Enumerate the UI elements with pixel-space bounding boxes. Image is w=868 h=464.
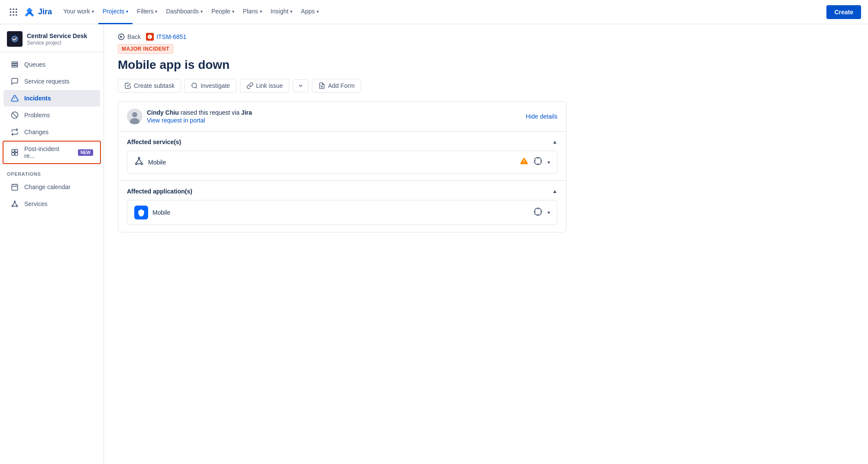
queues-icon	[10, 60, 19, 69]
svg-rect-19	[12, 153, 14, 155]
link-issue-button[interactable]: Link issue	[240, 79, 289, 93]
avatar	[127, 109, 143, 124]
warning-icon	[520, 157, 528, 168]
incidents-icon	[10, 94, 19, 103]
svg-rect-2	[16, 8, 17, 10]
svg-rect-8	[16, 14, 17, 16]
service-row-right: ▾	[520, 157, 550, 168]
issue-id-link[interactable]: ITSM-6851	[146, 33, 186, 41]
sidebar-item-incidents[interactable]: Incidents	[3, 90, 100, 106]
nav-filters[interactable]: Filters ▾	[133, 0, 162, 24]
crosshair-icon[interactable]	[534, 157, 542, 168]
top-navigation: Jira Your work ▾ Projects ▾ Filters ▾ Da…	[0, 0, 868, 24]
affected-applications-header[interactable]: Affected application(s) ▲	[127, 188, 557, 195]
affected-services-header[interactable]: Affected service(s) ▲	[127, 139, 557, 145]
application-row-right: ▾	[534, 207, 550, 218]
svg-rect-3	[10, 11, 11, 13]
new-badge: NEW	[78, 149, 93, 156]
project-type: Service project	[27, 40, 97, 46]
section-collapse-chevron: ▲	[552, 139, 557, 145]
application-row-left: Mobile	[134, 206, 170, 219]
nav-projects[interactable]: Projects ▾	[98, 0, 133, 24]
sidebar-item-label: Queues	[24, 61, 45, 68]
application-name: Mobile	[152, 209, 170, 216]
nav-apps[interactable]: Apps ▾	[297, 0, 323, 24]
add-form-button[interactable]: Add Form	[312, 79, 361, 93]
svg-point-42	[141, 163, 143, 165]
crosshair-icon[interactable]	[534, 207, 542, 218]
svg-point-26	[12, 206, 13, 207]
svg-rect-21	[12, 184, 18, 190]
requester-text-block: Cindy Chiu raised this request via Jira …	[147, 109, 252, 124]
app-grid-icon[interactable]	[7, 6, 20, 19]
changes-icon	[10, 128, 19, 136]
svg-line-29	[15, 202, 17, 206]
nav-plans[interactable]: Plans ▾	[239, 0, 266, 24]
action-bar: Create subtask Investigate Link issue	[118, 79, 567, 93]
svg-point-41	[136, 163, 137, 165]
project-name: Central Service Desk	[27, 32, 97, 40]
svg-rect-7	[13, 14, 14, 16]
affected-applications-label: Affected application(s)	[127, 188, 192, 195]
issue-title: Mobile app is down	[118, 58, 567, 72]
sidebar-item-label: Service requests	[24, 78, 69, 85]
page-layout: Central Service Desk Service project Que…	[0, 24, 868, 464]
service-row-left: Mobile	[134, 156, 166, 168]
svg-point-33	[192, 83, 197, 88]
back-button[interactable]: Back	[118, 33, 141, 40]
svg-line-44	[139, 159, 142, 163]
major-incident-badge: MAJOR INCIDENT	[118, 44, 173, 54]
details-card: Cindy Chiu raised this request via Jira …	[118, 101, 567, 232]
sidebar-item-change-calendar[interactable]: Change calendar	[3, 179, 100, 195]
sidebar-project-info: Central Service Desk Service project	[27, 32, 97, 46]
investigate-button[interactable]: Investigate	[185, 79, 236, 93]
chevron-down-icon	[298, 83, 304, 89]
expand-service-chevron[interactable]: ▾	[547, 159, 550, 165]
sidebar-item-problems[interactable]: Problems	[3, 107, 100, 123]
nav-your-work[interactable]: Your work ▾	[59, 0, 98, 24]
sidebar: Central Service Desk Service project Que…	[0, 24, 104, 464]
svg-line-16	[13, 113, 17, 118]
create-subtask-button[interactable]: Create subtask	[118, 79, 181, 93]
sidebar-item-label: Changes	[24, 129, 49, 135]
svg-rect-0	[10, 8, 11, 10]
expand-application-chevron[interactable]: ▾	[547, 209, 550, 216]
project-icon	[7, 31, 23, 47]
sidebar-item-post-incident[interactable]: Post-incident re... NEW	[3, 141, 101, 164]
sidebar-project-header: Central Service Desk Service project	[0, 24, 104, 52]
sidebar-item-services[interactable]: Services	[3, 196, 100, 212]
sidebar-item-queues[interactable]: Queues	[3, 56, 100, 73]
nav-dashboards[interactable]: Dashboards ▾	[162, 0, 207, 24]
sidebar-item-label: Post-incident re...	[24, 145, 71, 159]
service-name: Mobile	[148, 159, 166, 166]
svg-rect-12	[12, 66, 18, 67]
sidebar-item-service-requests[interactable]: Service requests	[3, 73, 100, 90]
svg-rect-1	[13, 8, 14, 10]
sidebar-item-label: Incidents	[24, 95, 51, 102]
nav-items: Your work ▾ Projects ▾ Filters ▾ Dashboa…	[59, 0, 323, 24]
shield-app-icon	[134, 206, 148, 219]
svg-rect-4	[13, 11, 14, 13]
svg-point-40	[138, 158, 140, 159]
mobile-application-row: Mobile	[127, 200, 557, 225]
svg-point-27	[16, 206, 18, 207]
more-actions-dropdown[interactable]	[293, 79, 308, 92]
operations-label: OPERATIONS	[0, 164, 104, 178]
nav-people[interactable]: People ▾	[207, 0, 239, 24]
create-button[interactable]: Create	[826, 5, 861, 19]
main-content-area: Back ITSM-6851 MAJOR INCIDENT Mobile app…	[104, 24, 868, 464]
jira-logo[interactable]: Jira	[23, 6, 52, 18]
view-portal-link[interactable]: View request in portal	[147, 117, 252, 124]
issue-type-icon	[146, 33, 154, 41]
chevron-icon: ▾	[317, 9, 319, 14]
breadcrumb-row: Back ITSM-6851	[118, 33, 567, 41]
nav-insight[interactable]: Insight ▾	[266, 0, 297, 24]
jira-logo-text: Jira	[38, 7, 52, 16]
form-icon	[318, 82, 325, 89]
service-network-icon	[134, 156, 144, 168]
svg-point-25	[14, 201, 16, 202]
svg-rect-18	[15, 149, 18, 152]
affected-services-section: Affected service(s) ▲	[118, 132, 566, 181]
hide-details-button[interactable]: Hide details	[526, 113, 557, 120]
sidebar-item-changes[interactable]: Changes	[3, 124, 100, 140]
